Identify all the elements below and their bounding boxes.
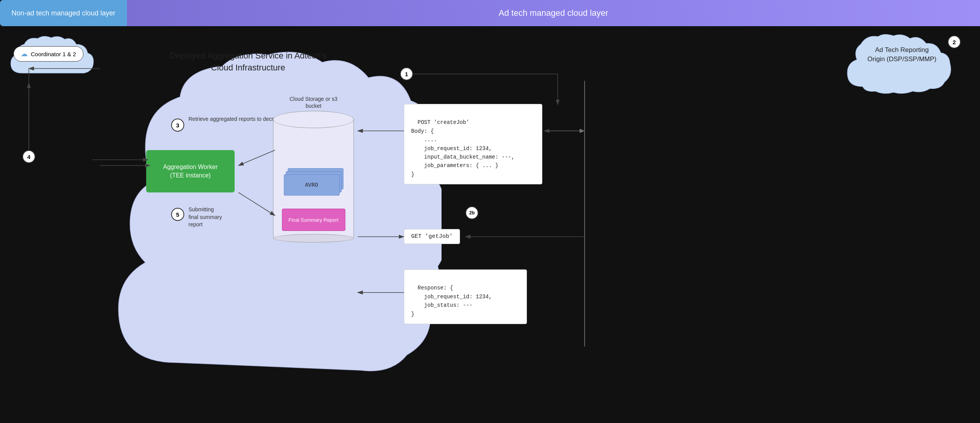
coordinator-box: ☁ Coordinator 1 & 2 — [13, 46, 83, 62]
step-1-circle: 1 — [400, 67, 413, 80]
storage-cylinder: Cloud Storage or s3bucket AVRO Final Sum… — [273, 95, 354, 239]
avro-stack: AVRO — [284, 168, 343, 203]
final-summary-report-box: Final Summary Report — [282, 209, 345, 231]
coordinator-label: Coordinator 1 & 2 — [31, 51, 76, 57]
response-code-box: Response: { job_request_id: 1234, job_st… — [404, 269, 527, 324]
adtech-cloud — [845, 33, 959, 100]
storage-label: Cloud Storage or s3bucket — [273, 95, 354, 109]
main-service-title: Deployed Aggregation Service in Adtech's… — [152, 50, 344, 74]
aggregation-worker-box: Aggregation Worker(TEE instance) — [146, 150, 235, 192]
step-5-circle: 5 — [171, 208, 184, 221]
non-ad-tech-label: Non-ad tech managed cloud layer — [12, 9, 115, 17]
layer-bar-container: Non-ad tech managed cloud layer Ad tech … — [0, 0, 980, 26]
cylinder-body: AVRO Final Summary Report — [273, 120, 354, 239]
ad-tech-layer-bar: Ad tech managed cloud layer — [127, 0, 980, 26]
step-2b-circle: 2b — [465, 206, 478, 219]
step-5-label: Submittingfinal summaryreport — [188, 206, 222, 229]
cloud-icon: ☁ — [21, 50, 28, 58]
non-ad-tech-layer-bar: Non-ad tech managed cloud layer — [0, 0, 127, 26]
step-4-circle: 4 — [22, 150, 35, 163]
create-job-code-box: POST 'createJob' Body: { .... job_reques… — [404, 104, 542, 184]
get-job-box: GET 'getJob' — [404, 229, 460, 244]
adtech-cloud-label: Ad Tech ReportingOrigin (DSP/SSP/MMP) — [850, 45, 954, 64]
step-2-circle: 2 — [948, 35, 961, 48]
step-3-label: Retrieve aggregated reports to decrypt — [188, 115, 281, 123]
step-3-circle: 3 — [171, 119, 184, 132]
main-cloud-shape — [99, 32, 442, 386]
ad-tech-label: Ad tech managed cloud layer — [499, 8, 608, 18]
avro-card-3: AVRO — [284, 174, 340, 196]
